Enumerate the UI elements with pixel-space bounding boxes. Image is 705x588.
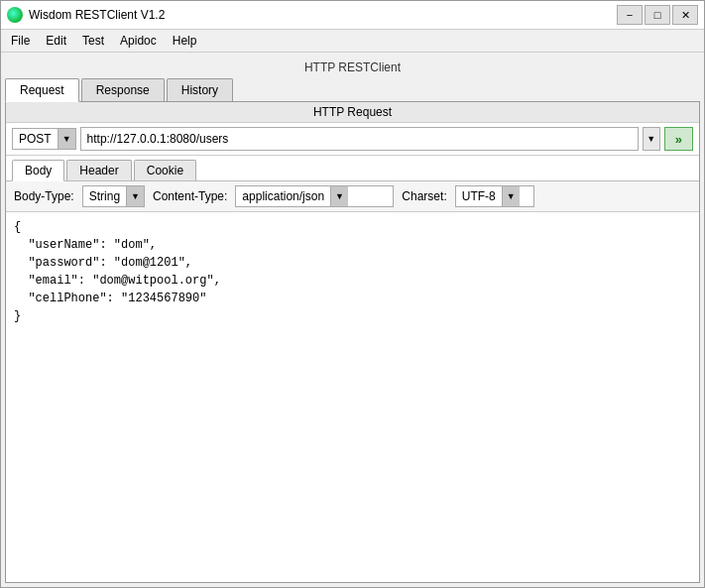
url-input[interactable] xyxy=(80,127,639,151)
menu-apidoc[interactable]: Apidoc xyxy=(112,31,165,51)
panel-title: HTTP Request xyxy=(6,102,699,123)
url-bar: POST ▼ ▼ » xyxy=(6,123,699,156)
title-bar-controls: − □ ✕ xyxy=(617,5,698,25)
send-button[interactable]: » xyxy=(664,127,693,151)
charset-label: Charset: xyxy=(402,189,446,203)
menu-file[interactable]: File xyxy=(3,31,38,51)
method-selector[interactable]: POST ▼ xyxy=(12,128,76,150)
menu-bar: File Edit Test Apidoc Help xyxy=(1,30,704,53)
tab-request[interactable]: Request xyxy=(5,78,79,102)
body-type-value: String xyxy=(83,186,126,206)
content-area: HTTP RESTClient Request Response History… xyxy=(1,53,704,587)
menu-test[interactable]: Test xyxy=(74,31,112,51)
body-type-selector[interactable]: String ▼ xyxy=(82,185,145,207)
content-type-arrow: ▼ xyxy=(330,186,348,206)
body-options-bar: Body-Type: String ▼ Content-Type: applic… xyxy=(6,181,699,212)
window-title: Wisdom RESTClient V1.2 xyxy=(29,8,165,22)
content-type-selector[interactable]: application/json ▼ xyxy=(235,185,394,207)
request-panel: HTTP Request POST ▼ ▼ » Body Header Cook… xyxy=(5,102,700,583)
title-bar-left: Wisdom RESTClient V1.2 xyxy=(7,7,165,23)
content-type-label: Content-Type: xyxy=(153,189,227,203)
title-bar: Wisdom RESTClient V1.2 − □ ✕ xyxy=(1,1,704,30)
charset-selector[interactable]: UTF-8 ▼ xyxy=(455,185,534,207)
close-button[interactable]: ✕ xyxy=(672,5,698,25)
menu-edit[interactable]: Edit xyxy=(38,31,74,51)
charset-value: UTF-8 xyxy=(456,186,502,206)
url-history-dropdown[interactable]: ▼ xyxy=(643,127,660,151)
outer-tabs: Request Response History xyxy=(5,76,700,102)
body-type-label: Body-Type: xyxy=(14,189,74,203)
tab-history[interactable]: History xyxy=(167,78,233,101)
inner-tabs: Body Header Cookie xyxy=(6,156,699,181)
maximize-button[interactable]: □ xyxy=(645,5,670,25)
content-type-value: application/json xyxy=(236,186,330,206)
body-textarea[interactable] xyxy=(6,212,699,582)
charset-arrow: ▼ xyxy=(502,186,520,206)
tab-cookie[interactable]: Cookie xyxy=(134,160,196,180)
body-type-arrow: ▼ xyxy=(126,186,144,206)
tab-response[interactable]: Response xyxy=(81,78,165,101)
app-window: Wisdom RESTClient V1.2 − □ ✕ File Edit T… xyxy=(0,0,705,588)
minimize-button[interactable]: − xyxy=(617,5,643,25)
tab-header[interactable]: Header xyxy=(66,160,131,180)
center-title: HTTP RESTClient xyxy=(5,57,700,76)
tab-body[interactable]: Body xyxy=(12,160,64,181)
menu-help[interactable]: Help xyxy=(165,31,205,51)
method-value: POST xyxy=(13,129,58,149)
app-icon xyxy=(7,7,23,23)
method-dropdown-arrow: ▼ xyxy=(58,129,75,149)
